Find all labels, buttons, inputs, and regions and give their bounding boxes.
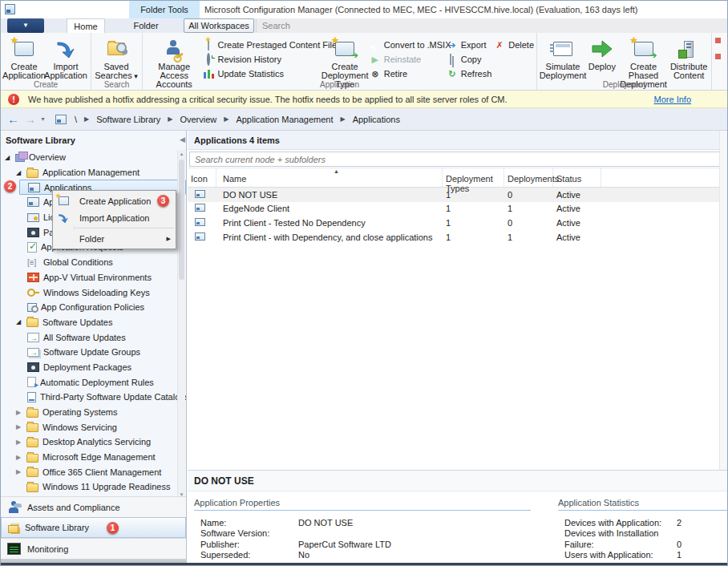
retire-icon: ⊗	[370, 69, 381, 79]
search-row	[188, 150, 727, 168]
workspace-buttons: Assets and Compliance Software Library 1…	[1, 496, 186, 559]
simulate-deployment-icon	[553, 42, 572, 56]
tree-scrollbar[interactable]: ▲ ▼	[177, 150, 185, 499]
callout-badge-1: 1	[107, 522, 119, 534]
workspace-software-library[interactable]: Software Library 1	[1, 517, 186, 538]
prestaged-content-icon	[208, 39, 209, 51]
import-application-button[interactable]: Import Application	[45, 34, 87, 80]
distribute-content-button[interactable]: Distribute Content	[669, 34, 709, 80]
menu-separator	[75, 228, 174, 228]
manage-access-accounts-icon	[166, 40, 182, 58]
search-tab[interactable]: Search	[256, 18, 726, 33]
update-statistics-button[interactable]: Update Statistics	[203, 67, 320, 81]
breadcrumb-separator-icon: ▶	[84, 115, 89, 123]
tree-collapsed-icon[interactable]: ▶	[16, 468, 26, 475]
tree-item-global-conditions[interactable]: Global Conditions	[1, 255, 186, 270]
copy-button[interactable]: Copy	[447, 52, 494, 67]
tree-item-third-party-catalogs[interactable]: Third-Party Software Update Catalogs	[1, 390, 186, 405]
workspace-monitoring[interactable]: Monitoring	[1, 538, 186, 559]
table-row-edgenode-client[interactable]: EdgeNode Client 1 1 Active	[188, 202, 727, 216]
history-dropdown-icon[interactable]: ▼	[40, 116, 46, 122]
list-scrollbar-track[interactable]	[719, 131, 727, 470]
tree-item-application-management[interactable]: ◢ Application Management	[1, 165, 186, 180]
monitoring-icon	[7, 543, 21, 555]
tree-collapsed-icon[interactable]: ▶	[16, 409, 26, 416]
menu-item-folder[interactable]: Folder ▶	[53, 230, 176, 247]
workspace-assets-and-compliance[interactable]: Assets and Compliance	[1, 496, 186, 517]
tree-item-windows-servicing[interactable]: ▶ Windows Servicing	[1, 419, 186, 435]
forward-button[interactable]: →	[24, 112, 36, 126]
menu-item-import-application[interactable]: Import Application	[53, 209, 176, 226]
table-row-print-client-dependency[interactable]: Print Client - with Dependency, and clos…	[188, 230, 727, 245]
back-button[interactable]: ←	[7, 109, 19, 130]
retire-button[interactable]: ⊗ Retire	[370, 67, 447, 81]
tree-item-office-365-client-management[interactable]: ▶ Office 365 Client Management	[1, 464, 186, 479]
deploy-button[interactable]: Deploy	[586, 34, 618, 71]
delete-button[interactable]: ✗ Delete	[494, 38, 534, 52]
tree-item-deployment-packages[interactable]: Deployment Packages	[1, 360, 186, 375]
saved-searches-button[interactable]: Saved Searches	[94, 34, 139, 81]
breadcrumb-separator-icon: ▶	[168, 115, 172, 123]
tree-item-automatic-deployment-rules[interactable]: Automatic Deployment Rules	[1, 374, 186, 390]
tree-item-windows-11-upgrade-readiness[interactable]: Windows 11 Upgrade Readiness	[1, 479, 186, 495]
breadcrumb-overview[interactable]: Overview	[180, 115, 216, 124]
tree-item-software-updates[interactable]: ◢ Software Updates	[1, 315, 186, 330]
import-arrow-icon	[55, 37, 76, 61]
properties-heading: Application Properties	[194, 498, 531, 511]
simulate-deployment-button[interactable]: Simulate Deployment	[540, 34, 586, 80]
table-header[interactable]: ▲ Icon Name Deployment Types Deployments…	[188, 168, 727, 188]
tree-item-overview[interactable]: ◢ Overview	[1, 150, 186, 165]
sort-ascending-icon[interactable]: ▲	[334, 168, 339, 174]
list-header: Applications 4 items	[188, 131, 727, 150]
column-deployment-types[interactable]: Deployment Types	[443, 168, 504, 187]
tree-item-app-configuration-policies[interactable]: App Configuration Policies	[1, 300, 186, 315]
tree-item-operating-systems[interactable]: ▶ Operating Systems	[1, 405, 186, 420]
table-row-print-client-tested[interactable]: Print Client - Tested No Dependency 1 0 …	[188, 216, 727, 230]
breadcrumb-software-library[interactable]: Software Library	[96, 115, 160, 124]
scrollbar-thumb[interactable]	[179, 160, 184, 280]
tree-item-desktop-analytics-servicing[interactable]: ▶ Desktop Analytics Servicing	[1, 435, 186, 450]
application-menu-button[interactable]: ▼	[7, 18, 44, 33]
context-menu: Create Application 3 Import Application …	[52, 190, 176, 249]
tab-folder[interactable]: Folder	[126, 18, 166, 33]
breadcrumb-root[interactable]: \	[75, 115, 77, 124]
tree-item-all-software-updates[interactable]: All Software Updates	[1, 329, 186, 345]
column-status[interactable]: Status	[553, 168, 601, 187]
reinstate-button[interactable]: ▶ Reinstate	[370, 52, 447, 67]
collapse-pane-icon[interactable]: ◀	[180, 135, 185, 144]
menu-item-create-application[interactable]: Create Application 3	[53, 192, 176, 209]
create-phased-deployment-icon	[634, 42, 653, 56]
create-prestaged-content-file-button[interactable]: Create Prestaged Content File	[203, 38, 320, 52]
column-deployments[interactable]: Deployments	[504, 168, 553, 187]
tree-expanded-icon[interactable]: ◢	[16, 318, 26, 325]
tree-item-microsoft-edge-management[interactable]: ▶ Microsoft Edge Management	[1, 450, 186, 465]
tab-home[interactable]: Home	[67, 18, 105, 33]
create-application-button[interactable]: Create Application	[3, 34, 45, 80]
all-workspaces-button[interactable]: All Workspaces	[184, 18, 254, 33]
scroll-up-icon[interactable]: ▲	[178, 152, 185, 156]
tree-collapsed-icon[interactable]: ▶	[16, 423, 26, 431]
tree-expanded-icon[interactable]: ◢	[16, 169, 26, 176]
application-icon	[195, 218, 205, 226]
tree-expanded-icon[interactable]: ◢	[5, 154, 15, 161]
convert-to-msix-button[interactable]: Convert to .MSIX	[370, 38, 447, 52]
breadcrumb-applications[interactable]: Applications	[353, 115, 400, 124]
column-icon[interactable]: Icon	[188, 168, 216, 187]
create-deployment-type-icon	[335, 42, 354, 56]
column-name[interactable]: Name	[216, 168, 443, 187]
more-info-link[interactable]: More Info	[654, 95, 691, 104]
export-button[interactable]: ➔ Export	[447, 38, 494, 52]
statistics-heading: Application Statistics	[558, 498, 728, 511]
revision-history-button[interactable]: Revision History	[203, 52, 320, 67]
export-icon: ➔	[447, 40, 458, 51]
tree-item-software-update-groups[interactable]: Software Update Groups	[1, 345, 186, 360]
search-input[interactable]	[189, 152, 725, 167]
tree-collapsed-icon[interactable]: ▶	[16, 439, 26, 446]
ribbon-tab-row: ▼ Home Folder All Workspaces Search	[1, 18, 727, 33]
tree-item-appv-virtual-environments[interactable]: App-V Virtual Environments	[1, 270, 186, 285]
refresh-button[interactable]: ↻ Refresh	[447, 67, 494, 81]
tree-item-windows-sideloading-keys[interactable]: Windows Sideloading Keys	[1, 285, 186, 300]
tree-collapsed-icon[interactable]: ▶	[16, 454, 26, 461]
ribbon-group-application: Manage Access Accounts Create Prestaged …	[143, 33, 537, 90]
breadcrumb-application-management[interactable]: Application Management	[236, 115, 333, 124]
